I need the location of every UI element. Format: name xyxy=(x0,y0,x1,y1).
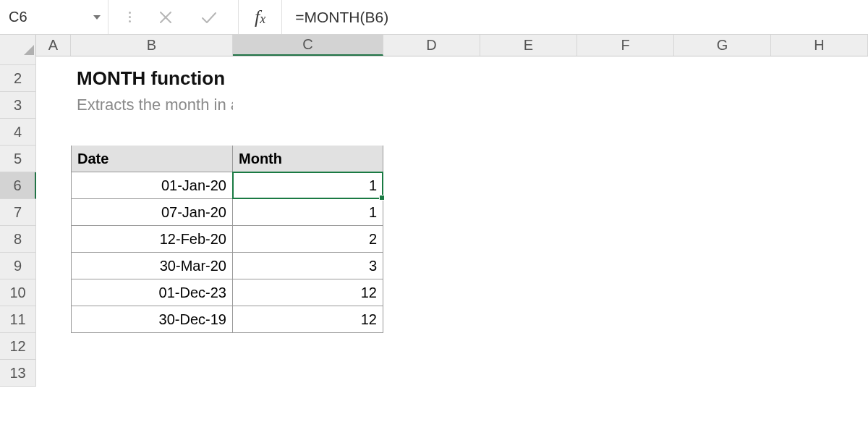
cell-G7[interactable] xyxy=(674,199,771,226)
cell-C1[interactable] xyxy=(233,56,383,65)
cell-H10[interactable] xyxy=(771,279,868,306)
cell-A2[interactable] xyxy=(36,65,71,92)
col-header-E[interactable]: E xyxy=(480,35,577,56)
cell-D12[interactable] xyxy=(383,333,480,360)
row-header-4[interactable]: 4 xyxy=(0,119,36,146)
cell-D5[interactable] xyxy=(383,146,480,172)
cell-A4[interactable] xyxy=(36,119,71,146)
cell-H8[interactable] xyxy=(771,226,868,253)
cell-B9[interactable]: 30-Mar-20 xyxy=(71,253,233,279)
cell-H2[interactable] xyxy=(771,65,868,92)
row-header-10[interactable]: 10 xyxy=(0,279,36,306)
cell-F1[interactable] xyxy=(577,56,674,65)
col-header-H[interactable]: H xyxy=(771,35,868,56)
cell-E8[interactable] xyxy=(480,226,577,253)
row-header-3[interactable]: 3 xyxy=(0,92,36,119)
cell-C9[interactable]: 3 xyxy=(233,253,383,279)
cell-C8[interactable]: 2 xyxy=(233,226,383,253)
cell-E4[interactable] xyxy=(480,119,577,146)
cell-E12[interactable] xyxy=(480,333,577,360)
cell-C10[interactable]: 12 xyxy=(233,279,383,306)
cell-D8[interactable] xyxy=(383,226,480,253)
cell-F2[interactable] xyxy=(577,65,674,92)
cell-A5[interactable] xyxy=(36,146,71,172)
cell-F3[interactable] xyxy=(577,92,674,119)
cell-G8[interactable] xyxy=(674,226,771,253)
col-header-A[interactable]: A xyxy=(36,35,71,56)
cell-A6[interactable] xyxy=(36,172,71,199)
cell-F4[interactable] xyxy=(577,119,674,146)
cell-B7[interactable]: 07-Jan-20 xyxy=(71,199,233,226)
cell-E5[interactable] xyxy=(480,146,577,172)
cell-B10[interactable]: 01-Dec-23 xyxy=(71,279,233,306)
row-header-13[interactable]: 13 xyxy=(0,360,36,387)
cell-H4[interactable] xyxy=(771,119,868,146)
cell-B12[interactable] xyxy=(71,333,233,360)
col-header-G[interactable]: G xyxy=(674,35,771,56)
cell-G10[interactable] xyxy=(674,279,771,306)
cell-E6[interactable] xyxy=(480,172,577,199)
col-header-F[interactable]: F xyxy=(577,35,674,56)
formula-input[interactable]: =MONTH(B6) xyxy=(282,0,868,34)
cell-C4[interactable] xyxy=(233,119,383,146)
cell-F10[interactable] xyxy=(577,279,674,306)
cell-E13[interactable] xyxy=(480,360,577,387)
cell-A12[interactable] xyxy=(36,333,71,360)
row-header-6[interactable]: 6 xyxy=(0,172,36,199)
cell-E2[interactable] xyxy=(480,65,577,92)
cell-E7[interactable] xyxy=(480,199,577,226)
cell-E9[interactable] xyxy=(480,253,577,279)
cell-C5[interactable]: Month xyxy=(233,146,383,172)
cell-C3[interactable] xyxy=(233,92,383,119)
cell-G12[interactable] xyxy=(674,333,771,360)
row-header-1[interactable] xyxy=(0,56,36,65)
cell-A11[interactable] xyxy=(36,306,71,333)
cell-D13[interactable] xyxy=(383,360,480,387)
cell-A1[interactable] xyxy=(36,56,71,65)
cell-G5[interactable] xyxy=(674,146,771,172)
cell-E11[interactable] xyxy=(480,306,577,333)
cell-B3[interactable]: Extracts the month in a year from a give… xyxy=(71,92,233,119)
cell-B1[interactable] xyxy=(71,56,233,65)
cell-E10[interactable] xyxy=(480,279,577,306)
cell-H9[interactable] xyxy=(771,253,868,279)
cell-H12[interactable] xyxy=(771,333,868,360)
cell-G9[interactable] xyxy=(674,253,771,279)
row-header-12[interactable]: 12 xyxy=(0,333,36,360)
cell-F12[interactable] xyxy=(577,333,674,360)
cell-B6[interactable]: 01-Jan-20 xyxy=(71,172,233,199)
cell-H5[interactable] xyxy=(771,146,868,172)
cell-B13[interactable] xyxy=(71,360,233,387)
col-header-C[interactable]: C xyxy=(233,35,383,56)
cell-A9[interactable] xyxy=(36,253,71,279)
cell-B8[interactable]: 12-Feb-20 xyxy=(71,226,233,253)
row-header-5[interactable]: 5 xyxy=(0,146,36,172)
fx-icon[interactable]: fx xyxy=(239,0,282,34)
cancel-icon[interactable] xyxy=(158,10,173,25)
cell-A10[interactable] xyxy=(36,279,71,306)
cell-H6[interactable] xyxy=(771,172,868,199)
chevron-down-icon[interactable] xyxy=(93,15,101,20)
cell-A3[interactable] xyxy=(36,92,71,119)
select-all-corner[interactable] xyxy=(0,35,36,56)
drag-handle-icon[interactable] xyxy=(129,12,131,22)
cell-B11[interactable]: 30-Dec-19 xyxy=(71,306,233,333)
cell-H11[interactable] xyxy=(771,306,868,333)
enter-icon[interactable] xyxy=(200,10,218,25)
cell-D11[interactable] xyxy=(383,306,480,333)
cell-A13[interactable] xyxy=(36,360,71,387)
row-header-7[interactable]: 7 xyxy=(0,199,36,226)
cell-B4[interactable] xyxy=(71,119,233,146)
cell-C12[interactable] xyxy=(233,333,383,360)
cell-F7[interactable] xyxy=(577,199,674,226)
cell-G2[interactable] xyxy=(674,65,771,92)
cell-D9[interactable] xyxy=(383,253,480,279)
cell-F6[interactable] xyxy=(577,172,674,199)
spreadsheet-grid[interactable]: A B C D E F G H 2 MONTH function 3 xyxy=(0,35,868,387)
cell-G3[interactable] xyxy=(674,92,771,119)
cell-H7[interactable] xyxy=(771,199,868,226)
cell-F13[interactable] xyxy=(577,360,674,387)
row-header-8[interactable]: 8 xyxy=(0,226,36,253)
cell-C11[interactable]: 12 xyxy=(233,306,383,333)
cell-D3[interactable] xyxy=(383,92,480,119)
